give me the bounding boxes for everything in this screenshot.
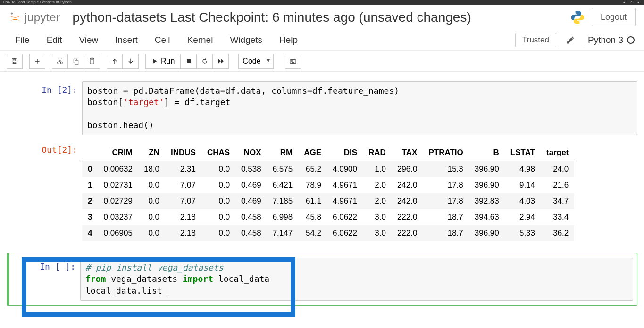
table-cell: 7.147 bbox=[267, 225, 299, 241]
fast-forward-button[interactable] bbox=[213, 54, 229, 69]
jupyter-logo-text: jupyter bbox=[25, 11, 60, 24]
restart-icon bbox=[201, 57, 209, 65]
kernel-indicator-icon[interactable] bbox=[627, 36, 635, 44]
menu-widgets[interactable]: Widgets bbox=[221, 30, 271, 50]
code-cell-2[interactable]: In [2]: boston = pd.DataFrame(data=df.da… bbox=[7, 81, 637, 135]
menu-insert[interactable]: Insert bbox=[107, 30, 146, 50]
row-index: 2 bbox=[82, 193, 98, 209]
arrow-up-icon bbox=[111, 57, 118, 65]
table-cell: 6.0622 bbox=[327, 209, 363, 225]
table-cell: 18.7 bbox=[423, 225, 468, 241]
row-index: 3 bbox=[82, 209, 98, 225]
browser-tab-title: How To Load Sample Datasets In Python bbox=[3, 0, 72, 4]
stop-button[interactable] bbox=[181, 54, 197, 69]
table-header bbox=[82, 145, 98, 161]
jupyter-logo[interactable]: jupyter bbox=[8, 11, 60, 24]
table-cell: 2.18 bbox=[165, 225, 201, 241]
paste-icon bbox=[88, 57, 96, 65]
table-cell: 17.8 bbox=[423, 177, 468, 193]
browser-window-controls[interactable]: ● ↗ ● bbox=[623, 0, 641, 4]
table-cell: 0.00632 bbox=[98, 161, 138, 178]
copy-button[interactable] bbox=[68, 54, 84, 69]
arrow-down-icon bbox=[127, 57, 134, 65]
cut-button[interactable] bbox=[52, 54, 68, 69]
table-cell: 9.14 bbox=[505, 177, 541, 193]
table-cell: 65.2 bbox=[298, 161, 327, 178]
svg-point-0 bbox=[11, 12, 13, 14]
code-input-2[interactable]: boston = pd.DataFrame(data=df.data, colu… bbox=[82, 81, 637, 135]
menu-view[interactable]: View bbox=[70, 30, 107, 50]
table-cell: 5.33 bbox=[505, 225, 541, 241]
table-cell: 36.2 bbox=[541, 225, 574, 241]
table-cell: 45.8 bbox=[298, 209, 327, 225]
table-header: DIS bbox=[327, 145, 363, 161]
move-group bbox=[107, 54, 139, 69]
menu-kernel[interactable]: Kernel bbox=[178, 30, 221, 50]
menubar: File Edit View Insert Cell Kernel Widget… bbox=[0, 29, 644, 51]
edit-icon[interactable] bbox=[566, 35, 575, 45]
table-row: 20.027290.07.070.00.4697.18561.14.96712.… bbox=[82, 193, 574, 209]
run-button[interactable]: Run bbox=[145, 54, 181, 69]
table-cell: 7.185 bbox=[267, 193, 299, 209]
paste-button[interactable] bbox=[84, 54, 100, 69]
table-cell: 242.0 bbox=[392, 177, 423, 193]
table-cell: 24.0 bbox=[541, 161, 574, 178]
table-cell: 18.7 bbox=[423, 209, 468, 225]
table-header: LSTAT bbox=[505, 145, 541, 161]
restart-button[interactable] bbox=[197, 54, 213, 69]
add-cell-button[interactable] bbox=[29, 54, 45, 69]
table-cell: 0.0 bbox=[201, 193, 235, 209]
table-cell: 0.02731 bbox=[98, 177, 138, 193]
table-cell: 2.0 bbox=[363, 193, 392, 209]
table-cell: 4.9671 bbox=[327, 193, 363, 209]
stop-icon bbox=[185, 57, 192, 65]
kernel-name[interactable]: Python 3 bbox=[588, 35, 623, 45]
table-cell: 0.06905 bbox=[98, 225, 138, 241]
move-up-button[interactable] bbox=[107, 54, 123, 69]
play-icon bbox=[151, 58, 158, 65]
table-cell: 396.90 bbox=[469, 177, 505, 193]
table-cell: 4.03 bbox=[505, 193, 541, 209]
table-cell: 6.998 bbox=[267, 209, 299, 225]
cell-type-select[interactable]: Code bbox=[238, 54, 274, 69]
menu-edit[interactable]: Edit bbox=[38, 30, 71, 50]
save-button[interactable] bbox=[7, 54, 23, 69]
active-cell[interactable]: In [ ]: # pip install vega_datasets from… bbox=[7, 253, 637, 306]
table-cell: 396.90 bbox=[469, 225, 505, 241]
table-cell: 0.02729 bbox=[98, 193, 138, 209]
command-palette-button[interactable] bbox=[285, 54, 301, 69]
table-cell: 4.98 bbox=[505, 161, 541, 178]
menu-file[interactable]: File bbox=[7, 30, 38, 50]
code-input-active[interactable]: # pip install vega_datasets from vega_da… bbox=[80, 258, 633, 301]
table-header: CHAS bbox=[201, 145, 235, 161]
logout-button[interactable]: Logout bbox=[592, 8, 636, 26]
table-cell: 0.458 bbox=[235, 225, 267, 241]
notebook-area[interactable]: In [2]: boston = pd.DataFrame(data=df.da… bbox=[0, 72, 644, 328]
table-cell: 0.0 bbox=[201, 225, 235, 241]
save-icon bbox=[11, 57, 18, 65]
table-header: B bbox=[469, 145, 505, 161]
table-cell: 4.9671 bbox=[327, 177, 363, 193]
row-index: 4 bbox=[82, 225, 98, 241]
table-cell: 0.0 bbox=[201, 161, 235, 178]
table-cell: 0.0 bbox=[138, 193, 165, 209]
move-down-button[interactable] bbox=[123, 54, 139, 69]
plus-icon bbox=[33, 57, 41, 65]
notebook-title[interactable]: python-datasets Last Checkpoint: 6 minut… bbox=[73, 10, 570, 25]
table-cell: 0.0 bbox=[138, 209, 165, 225]
table-cell: 0.0 bbox=[201, 209, 235, 225]
menu-cell[interactable]: Cell bbox=[146, 30, 179, 50]
table-cell: 61.1 bbox=[298, 193, 327, 209]
svg-point-2 bbox=[579, 21, 580, 23]
svg-rect-9 bbox=[187, 59, 191, 63]
table-cell: 222.0 bbox=[392, 225, 423, 241]
row-index: 1 bbox=[82, 177, 98, 193]
out-prompt-2: Out[2]: bbox=[7, 141, 82, 241]
table-header: RAD bbox=[363, 145, 392, 161]
table-cell: 7.07 bbox=[165, 193, 201, 209]
table-cell: 78.9 bbox=[298, 177, 327, 193]
table-cell: 296.0 bbox=[392, 161, 423, 178]
trusted-button[interactable]: Trusted bbox=[515, 33, 556, 47]
table-cell: 21.6 bbox=[541, 177, 574, 193]
menu-help[interactable]: Help bbox=[271, 30, 306, 50]
